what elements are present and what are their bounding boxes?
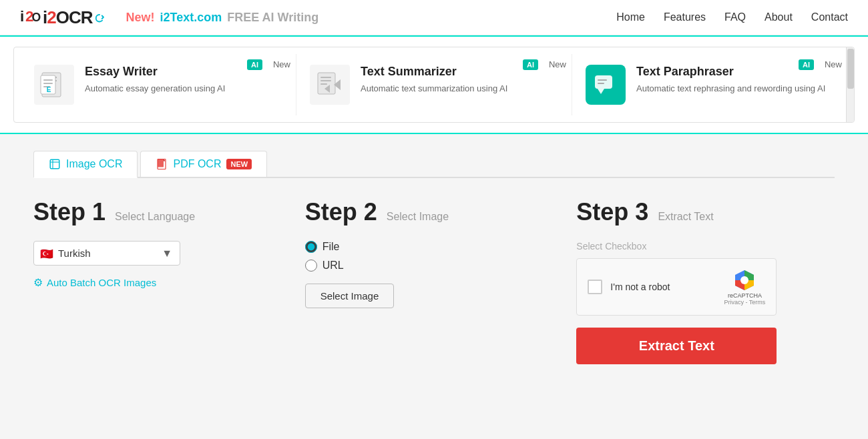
file-label: File: [322, 241, 340, 253]
text-paraphraser-card[interactable]: AI New Text Paraphraser Automatic text r…: [572, 54, 847, 115]
banner-cards-container: AI New E: [13, 47, 855, 123]
text-summarizer-title: Text Summarizer: [361, 65, 507, 79]
nav-home[interactable]: Home: [616, 11, 645, 23]
new-badge-2: New: [549, 59, 566, 69]
promo-new-label: New!: [126, 11, 154, 25]
promo-free-label: FREE AI Writing: [227, 11, 318, 25]
step3-sublabel: Extract Text: [658, 211, 713, 223]
auto-batch-link[interactable]: ⚙ Auto Batch OCR Images: [33, 276, 278, 289]
step1-header: Step 1 Select Language: [33, 198, 278, 226]
ai-tools-banner: AI New E: [0, 35, 868, 134]
step3-number: Step 3: [576, 198, 648, 226]
flag-icon: 🇹🇷: [40, 247, 53, 260]
tab-pdf-ocr[interactable]: PDF OCR NEW: [140, 151, 267, 177]
url-label: URL: [322, 260, 344, 272]
step3: Step 3 Extract Text Select Checkbox I'm …: [563, 198, 835, 364]
essay-writer-desc: Automatic essay generation using AI: [85, 83, 225, 95]
svg-rect-25: [158, 159, 164, 167]
step2-number: Step 2: [305, 198, 377, 226]
language-select-wrapper: 🇹🇷 Turkish English French German Spanish…: [33, 241, 180, 266]
step2-sublabel: Select Image: [387, 211, 449, 223]
step2-header: Step 2 Select Image: [305, 198, 550, 226]
step1-sublabel: Select Language: [115, 211, 195, 223]
text-summarizer-card[interactable]: AI New Text Summarizer: [296, 54, 572, 115]
text-paraphraser-desc: Automatic text rephrasing and rewording …: [636, 83, 825, 95]
svg-rect-13: [320, 77, 331, 78]
main-content: Image OCR PDF OCR NEW Step 1 Select Lang…: [13, 134, 855, 381]
recaptcha-left: I'm not a robot: [588, 280, 670, 294]
ai-badge-2: AI: [523, 59, 538, 70]
nav-faq[interactable]: FAQ: [724, 11, 746, 23]
image-ocr-icon: [49, 158, 61, 170]
svg-marker-21: [598, 89, 604, 94]
new-badge-3: New: [825, 59, 842, 69]
ai-badge-1: AI: [247, 59, 262, 70]
nav-features[interactable]: Features: [664, 11, 706, 23]
image-source-options: File URL: [305, 241, 550, 272]
file-option[interactable]: File: [305, 241, 550, 253]
svg-text:E: E: [47, 86, 51, 93]
ai-badge-3: AI: [799, 59, 814, 70]
gear-icon: ⚙: [33, 276, 43, 289]
svg-rect-19: [598, 79, 607, 81]
recaptcha-text: I'm not a robot: [610, 282, 670, 292]
select-checkbox-label: Select Checkbox: [576, 241, 821, 252]
tab-image-ocr[interactable]: Image OCR: [33, 151, 138, 178]
nav-contact[interactable]: Contact: [811, 11, 848, 23]
svg-rect-18: [595, 75, 612, 89]
tab-pdf-new-badge: NEW: [226, 159, 252, 169]
header: i 2 O i2OCR New! i2Text.com FREE AI Writ…: [0, 0, 868, 35]
new-badge-1: New: [273, 59, 290, 69]
essay-writer-text: Essay Writer Automatic essay generation …: [85, 65, 225, 95]
url-option[interactable]: URL: [305, 260, 550, 272]
scroll-indicator[interactable]: [846, 47, 854, 122]
essay-writer-icon: E: [34, 65, 74, 105]
scroll-thumb: [847, 49, 854, 89]
language-select[interactable]: Turkish English French German Spanish: [33, 241, 180, 266]
recaptcha-brand: reCAPTCHA: [728, 292, 762, 299]
nav-about[interactable]: About: [765, 11, 793, 23]
url-radio[interactable]: [305, 260, 317, 272]
logo[interactable]: i 2 O i2OCR: [20, 7, 105, 28]
recaptcha-logo: [732, 268, 756, 292]
svg-point-27: [740, 276, 748, 284]
text-summarizer-text: Text Summarizer Automatic text summariza…: [361, 65, 507, 95]
step2: Step 2 Select Image File URL Select Imag…: [292, 198, 564, 308]
step1: Step 1 Select Language 🇹🇷 Turkish Englis…: [33, 198, 292, 289]
main-nav: Home Features FAQ About Contact: [616, 11, 848, 23]
promo-link-label: i2Text.com: [160, 11, 222, 25]
svg-rect-14: [320, 80, 331, 81]
recaptcha-box: I'm not a robot reCAPTCHA Privacy - Term…: [576, 258, 777, 316]
tabs-container: Image OCR PDF OCR NEW: [33, 151, 835, 178]
text-paraphraser-text: Text Paraphraser Automatic text rephrasi…: [636, 65, 825, 95]
text-paraphraser-title: Text Paraphraser: [636, 65, 825, 79]
svg-rect-9: [43, 83, 53, 84]
recaptcha-right: reCAPTCHA Privacy - Terms: [724, 268, 766, 306]
text-paraphraser-icon: [586, 65, 626, 105]
extract-text-button[interactable]: Extract Text: [576, 328, 777, 364]
step1-number: Step 1: [33, 198, 105, 226]
svg-rect-15: [320, 83, 327, 85]
tab-image-ocr-label: Image OCR: [66, 158, 122, 170]
steps-container: Step 1 Select Language 🇹🇷 Turkish Englis…: [33, 198, 835, 364]
recaptcha-links: Privacy - Terms: [724, 299, 766, 306]
promo-banner: New! i2Text.com FREE AI Writing: [126, 11, 616, 25]
essay-writer-title: Essay Writer: [85, 65, 225, 79]
select-image-button[interactable]: Select Image: [305, 284, 395, 308]
svg-rect-20: [598, 83, 604, 84]
step3-content: Select Checkbox I'm not a robot: [576, 241, 821, 364]
svg-rect-8: [43, 79, 53, 81]
svg-text:O: O: [32, 11, 41, 24]
auto-batch-label: Auto Batch OCR Images: [47, 277, 156, 288]
tab-pdf-ocr-label: PDF OCR: [173, 158, 221, 170]
text-summarizer-icon: [310, 65, 350, 105]
file-radio[interactable]: [305, 241, 317, 253]
essay-writer-card[interactable]: AI New E: [21, 54, 296, 115]
svg-rect-22: [50, 159, 59, 169]
step3-header: Step 3 Extract Text: [576, 198, 821, 226]
svg-text:i: i: [20, 8, 24, 25]
recaptcha-checkbox[interactable]: [588, 280, 602, 294]
text-summarizer-desc: Automatic text summarization using AI: [361, 83, 507, 95]
pdf-ocr-icon: [156, 158, 168, 170]
